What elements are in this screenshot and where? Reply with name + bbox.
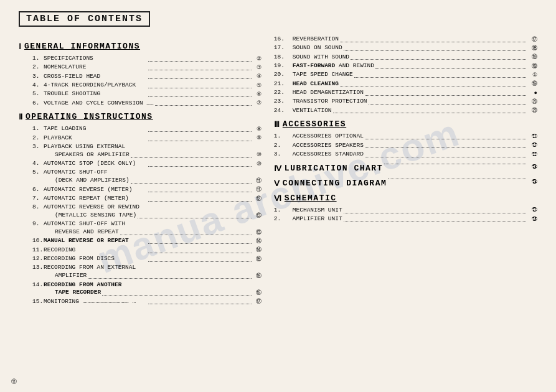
- list-item: 6. AUTOMATIC REVERSE (METER) ⑪: [19, 186, 262, 194]
- content: TABLE OF CONTENTS Ⅰ GENERAL INFORMATIONS…: [19, 11, 537, 381]
- section-schematic-heading: Ⅵ SCHEMATIC: [274, 194, 537, 203]
- list-item: 11. RECORDING ⑭: [19, 246, 262, 254]
- list-item: 20. TAPE SPEED CHANGE ①: [274, 71, 537, 79]
- list-item: 1. SPECIFICATIONS ②: [19, 55, 262, 63]
- section-iii-title: ACCESSORIES: [283, 119, 346, 129]
- list-item: 14. RECORDING FROM ANOTHER TAPE RECORDER…: [19, 281, 262, 297]
- list-item: 5. AUTOMATIC SHUT-OFF (DECK AND AMPLIFIE…: [19, 169, 262, 185]
- list-item: 7. AUTOMATIC REPEAT (METER) ⑫: [19, 195, 262, 203]
- list-item: 10. MANUAL REVERSE OR REPEAT ⑭: [19, 237, 262, 245]
- page: manua archive.com TABLE OF CONTENTS Ⅰ GE…: [0, 0, 556, 392]
- list-item: 4. 4-TRACK RECORDING/PLAYBACK ⑤: [19, 82, 262, 90]
- list-item: 22. HEAD DEMAGNETIZATION ●: [274, 89, 537, 97]
- list-item: 3. CROSS-FIELD HEAD ④: [19, 73, 262, 81]
- list-item: 24. VENTILATION ⑳: [274, 107, 537, 115]
- list-item: 2. NOMENCLATURE ③: [19, 63, 262, 72]
- list-item: 2. AMPLIFIER UNIT ㉘: [274, 215, 537, 223]
- list-item: 21. HEAD CLEANING ⑲: [274, 80, 537, 88]
- right-column: 16. REVERBERATION ⑰ 17. SOUND ON SOUND ⑱…: [268, 35, 537, 381]
- section-i-title: GENERAL INFORMATIONS: [24, 42, 140, 51]
- two-column-layout: Ⅰ GENERAL INFORMATIONS 1. SPECIFICATIONS…: [19, 35, 537, 381]
- section-i-numeral: Ⅰ: [19, 42, 21, 52]
- section-connecting-heading: Ⅴ CONNECTING DIAGRAM ㉕: [274, 179, 537, 189]
- toc-title: TABLE OF CONTENTS: [26, 14, 143, 24]
- list-item: 23. TRANSISTOR PROTECTION ⑳: [274, 98, 537, 106]
- list-item: 18. SOUND WITH SOUND ⑲: [274, 54, 537, 62]
- list-item: 5. TROUBLE SHOOTING ⑥: [19, 90, 262, 98]
- section-vi-title: SCHEMATIC: [285, 194, 337, 203]
- section-general-informations-heading: Ⅰ GENERAL INFORMATIONS: [19, 42, 262, 52]
- list-item: 3. ACCESSORIES STANDARD ㉒: [274, 151, 537, 159]
- list-item: 1. TAPE LOADING ⑧: [19, 125, 262, 133]
- section-lubrication-heading: Ⅳ LUBRICATION CHART ㉕: [274, 164, 537, 174]
- list-item: 17. SOUND ON SOUND ⑱: [274, 44, 537, 52]
- section-ii-numeral: Ⅱ: [19, 112, 22, 122]
- list-item: 2. PLAYBACK ⑨: [19, 134, 262, 142]
- section-iv-numeral: Ⅳ: [274, 164, 281, 174]
- list-item: 12. RECORDING FROM DISCS ⑮: [19, 255, 262, 263]
- list-item: 9. AUTOMATIC SHUT-OFF WITH REVERSE AND R…: [19, 220, 262, 236]
- list-item: 16. REVERBERATION ⑰: [274, 35, 537, 44]
- list-item: 8. AUTOMATIC REVERSE OR REWIND (METALLIC…: [19, 203, 262, 220]
- section-operating-instructions-heading: Ⅱ OPERATING INSTRUCTIONS: [19, 112, 262, 122]
- list-item: 1. MECHANISM UNIT ㉗: [274, 207, 537, 215]
- section-accessories-heading: Ⅲ ACCESSORIES: [274, 119, 537, 129]
- page-footer-number: ⑪: [11, 378, 17, 386]
- list-item: 6. VOLTAGE AND CYCLE CONVERSION …… ⑦: [19, 100, 262, 108]
- list-item: 2. ACCESSORIES SPEAKERS ㉒: [274, 142, 537, 150]
- list-item: 1. ACCESSORIES OPTIONAL ㉑: [274, 133, 537, 141]
- list-item: 15. MONITORING ………………………………… … ⑰: [19, 298, 262, 306]
- section-iii-numeral: Ⅲ: [274, 119, 280, 129]
- toc-header-box: TABLE OF CONTENTS: [19, 11, 537, 35]
- section-v-numeral: Ⅴ: [274, 179, 280, 189]
- list-item: 4. AUTOMATIC STOP (DECK ONLY) ⑩: [19, 160, 262, 168]
- list-item: 3. PLAYBACK USING EXTERNAL SPEAKERS OR A…: [19, 143, 262, 159]
- left-column: Ⅰ GENERAL INFORMATIONS 1. SPECIFICATIONS…: [19, 35, 268, 381]
- section-ii-title: OPERATING INSTRUCTIONS: [26, 112, 153, 121]
- toc-header: TABLE OF CONTENTS: [19, 11, 150, 27]
- section-vi-numeral: Ⅵ: [274, 194, 281, 203]
- list-item: 19. FAST-FORWARD AND REWIND ⑲: [274, 62, 537, 70]
- list-item: 13. RECORDING FROM AN EXTERNAL AMPLIFIER…: [19, 264, 262, 280]
